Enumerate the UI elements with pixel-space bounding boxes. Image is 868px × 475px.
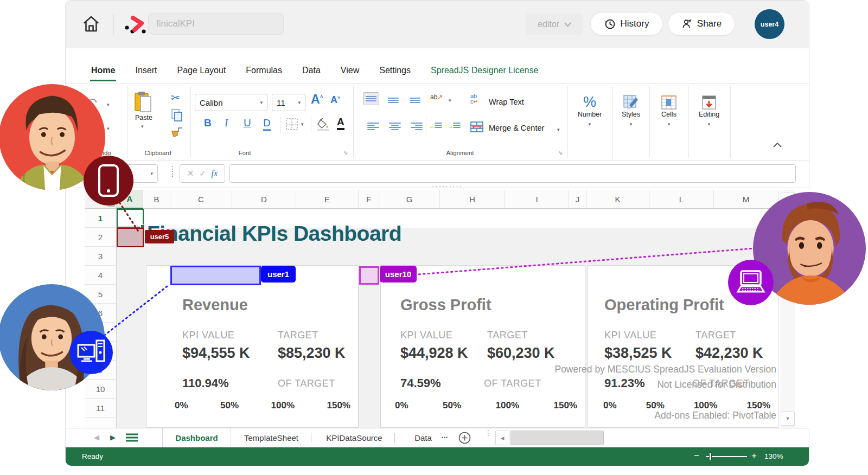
column-header[interactable]: H (440, 190, 505, 209)
paste-dropdown-icon[interactable]: ▾ (141, 124, 144, 129)
align-bottom-icon[interactable] (410, 97, 420, 104)
scroll-down-icon[interactable]: ▼ (781, 412, 795, 426)
cut-icon[interactable]: ✂ (171, 91, 180, 104)
italic-button[interactable]: I (225, 117, 228, 129)
align-middle-icon[interactable] (388, 97, 399, 104)
more-sheets-ellipsis[interactable]: ... (441, 431, 448, 440)
zoom-out-icon[interactable]: − (694, 451, 699, 461)
row-header[interactable]: 11 (85, 399, 117, 418)
row-header[interactable] (85, 418, 117, 428)
font-size-select[interactable]: 11▾ (272, 94, 305, 111)
column-header[interactable]: B (143, 190, 170, 209)
zoom-in-icon[interactable]: + (751, 451, 757, 461)
increase-indent-icon[interactable]: → (449, 121, 461, 129)
row-header[interactable]: 2 (85, 228, 117, 247)
undo-dropdown-icon[interactable]: ▾ (107, 102, 110, 107)
document-name-input[interactable] (148, 13, 284, 35)
align-top-icon[interactable] (363, 92, 379, 105)
column-header[interactable]: F (359, 190, 379, 209)
user4-avatar[interactable]: user4 (755, 9, 784, 39)
active-cell-selection[interactable] (117, 209, 144, 228)
top-bar: editor History Share user4 (66, 1, 809, 48)
editing-button[interactable]: Editing ▾ (690, 89, 728, 127)
align-center-icon[interactable] (389, 121, 401, 131)
tab-page-layout[interactable]: Page Layout (176, 59, 227, 82)
fill-color-icon[interactable] (316, 118, 330, 133)
history-button[interactable]: History (590, 12, 663, 36)
underline-button[interactable]: U (244, 117, 251, 129)
sheet-list-icon[interactable] (125, 433, 138, 444)
column-header[interactable]: D (232, 190, 296, 209)
orientation-dropdown-icon[interactable]: ▾ (449, 98, 451, 103)
sheet-nav-right-icon[interactable]: ▶ (110, 433, 116, 441)
column-header[interactable]: I (505, 190, 569, 209)
merge-dropdown-icon[interactable]: ▾ (557, 127, 560, 132)
font-color-button[interactable]: A (337, 116, 344, 130)
redo-dropdown-icon[interactable]: ▾ (107, 126, 110, 131)
number-button[interactable]: % Number ▾ (571, 89, 609, 127)
orientation-icon[interactable]: ab↗ (430, 93, 443, 101)
share-button[interactable]: Share (668, 12, 735, 36)
shrink-font-button[interactable]: A˅ (330, 94, 340, 106)
font-dialog-launcher-icon[interactable]: ⇘ (343, 150, 348, 156)
styles-button[interactable]: Styles ▾ (612, 89, 650, 127)
column-header[interactable]: L (649, 190, 714, 209)
sheet-tab-kpidatasource[interactable]: KPIDataSource (316, 428, 392, 447)
borders-dropdown-icon[interactable]: ▾ (301, 121, 304, 127)
paste-label[interactable]: Paste (130, 114, 158, 121)
merge-center-label[interactable]: Merge & Center (489, 124, 544, 132)
tab-designer-license[interactable]: SpreadJS Designer License (430, 59, 539, 82)
sheet-tab-data[interactable]: Data (411, 428, 436, 447)
double-underline-button[interactable]: D (263, 117, 271, 131)
merge-center-icon[interactable] (470, 121, 483, 134)
cancel-icon[interactable]: ✕ (187, 169, 194, 178)
row-header[interactable]: 4 (85, 266, 117, 285)
column-header[interactable]: K (586, 190, 649, 209)
copy-icon[interactable] (171, 108, 183, 124)
grow-font-button[interactable]: A˄ (311, 92, 323, 107)
kpi-card-gross-profit[interactable]: Gross Profit KPI VALUE TARGET $44,928 K … (380, 265, 585, 428)
tab-data[interactable]: Data (301, 59, 322, 82)
tab-home[interactable]: Home (90, 59, 116, 82)
zoom-slider-thumb[interactable] (709, 452, 712, 461)
align-right-icon[interactable] (411, 121, 423, 131)
format-painter-icon[interactable] (171, 126, 184, 140)
fx-icon[interactable]: fx (212, 169, 218, 178)
collapse-ribbon-icon[interactable] (773, 140, 782, 150)
row-header[interactable]: 1 (85, 209, 117, 228)
add-sheet-icon[interactable] (458, 432, 471, 446)
home-icon[interactable] (81, 14, 101, 36)
formula-input[interactable] (229, 164, 796, 183)
hscroll-thumb[interactable] (510, 431, 604, 445)
tab-insert[interactable]: Insert (134, 59, 158, 82)
bold-button[interactable]: B (204, 117, 212, 129)
sheet-tab-templatesheet[interactable]: TemplateSheet (234, 428, 309, 447)
zoom-slider-track[interactable] (706, 456, 747, 457)
wrap-text-icon[interactable]: abc↵ (470, 93, 478, 104)
column-header[interactable]: E (296, 190, 359, 209)
borders-icon[interactable] (286, 118, 298, 132)
row-header[interactable]: 3 (85, 247, 117, 266)
role-dropdown[interactable]: editor (526, 14, 583, 35)
wrap-text-label[interactable]: Wrap Text (489, 98, 524, 106)
tab-view[interactable]: View (340, 59, 360, 82)
alignment-dialog-launcher-icon[interactable]: ⇘ (558, 150, 563, 156)
font-name-select[interactable]: Calibri▾ (195, 94, 267, 111)
column-header[interactable]: G (379, 190, 440, 209)
kpi-card-revenue[interactable]: Revenue KPI VALUE TARGET $94,555 K $85,2… (146, 265, 359, 428)
tab-settings[interactable]: Settings (378, 59, 412, 82)
sheet-nav-left-icon[interactable]: ◀ (94, 433, 99, 441)
column-header[interactable]: J (569, 190, 586, 209)
hscroll-left-icon[interactable]: ◀ (495, 431, 509, 445)
align-left-icon[interactable] (367, 121, 379, 131)
row-header[interactable]: 10 (85, 380, 117, 399)
column-header[interactable]: M (714, 190, 778, 209)
column-header[interactable]: C (170, 190, 232, 209)
formula-bar-grip-icon[interactable]: ⋮⋮ (169, 166, 176, 176)
cells-button[interactable]: Cells ▾ (650, 89, 688, 127)
tab-formulas[interactable]: Formulas (245, 59, 283, 82)
enter-icon[interactable]: ✓ (199, 169, 206, 178)
sheet-tab-dashboard[interactable]: Dashboard (162, 428, 231, 447)
paste-icon[interactable] (134, 91, 152, 116)
decrease-indent-icon[interactable]: ← (430, 121, 442, 129)
